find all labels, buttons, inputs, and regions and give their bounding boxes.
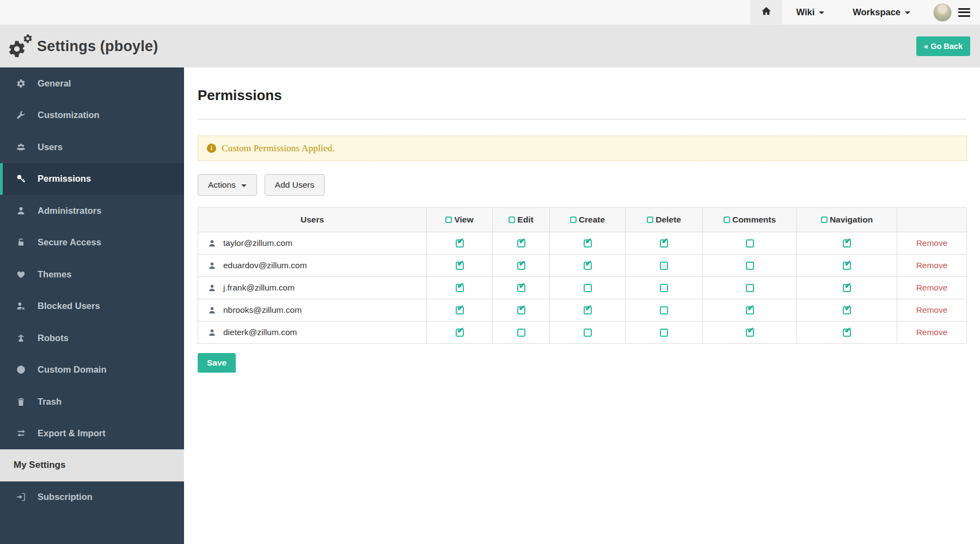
view-checkbox[interactable]: ✔: [456, 306, 464, 314]
checkmark-icon: ✔: [519, 281, 526, 289]
navigation-cell: ✔: [797, 299, 897, 322]
view-checkbox[interactable]: ✔: [456, 262, 464, 270]
sidebar-item-blocked-users[interactable]: Blocked Users: [0, 290, 184, 323]
save-button[interactable]: Save: [198, 353, 236, 373]
navigation-checkbox[interactable]: ✔: [843, 284, 851, 292]
delete-checkbox[interactable]: [660, 306, 668, 314]
remove-cell: Remove: [897, 255, 967, 277]
remove-link[interactable]: Remove: [916, 327, 948, 337]
sidebar-item-label: Permissions: [38, 174, 91, 184]
delete-checkbox[interactable]: [660, 329, 668, 337]
sidebar-item-secure-access[interactable]: Secure Access: [0, 227, 184, 259]
comments-checkbox[interactable]: [746, 262, 754, 270]
remove-link[interactable]: Remove: [916, 283, 948, 292]
sidebar-item-my-settings[interactable]: My Settings: [0, 449, 184, 481]
edit-checkbox[interactable]: ✔: [517, 306, 525, 314]
add-users-button[interactable]: Add Users: [265, 174, 324, 196]
delete-cell: ✔: [626, 232, 703, 255]
checkmark-icon: ✔: [457, 281, 464, 289]
remove-link[interactable]: Remove: [916, 305, 948, 314]
view-cell: ✔: [427, 255, 493, 277]
sidebar-item-users[interactable]: Users: [0, 131, 184, 163]
create-checkbox[interactable]: ✔: [584, 239, 592, 248]
remove-cell: Remove: [897, 277, 967, 299]
select-all-view-checkbox[interactable]: [445, 217, 452, 223]
remove-link[interactable]: Remove: [916, 261, 948, 270]
edit-cell: [493, 322, 550, 344]
checkmark-icon: ✔: [661, 237, 669, 245]
delete-checkbox[interactable]: [660, 262, 668, 270]
remove-link[interactable]: Remove: [916, 238, 948, 248]
edit-checkbox[interactable]: ✔: [517, 239, 525, 248]
create-checkbox[interactable]: ✔: [584, 262, 592, 270]
actions-button-label: Actions: [208, 180, 236, 190]
heart-icon: [16, 270, 31, 279]
sidebar-item-general[interactable]: General: [0, 67, 184, 100]
sidebar-item-label: Trash: [38, 397, 62, 407]
remove-cell: Remove: [897, 232, 967, 255]
user-email: taylor@zillum.com: [223, 238, 292, 248]
sidebar-item-administrators[interactable]: Administrators: [0, 195, 184, 227]
user-icon: [208, 284, 216, 292]
select-all-edit-checkbox[interactable]: [509, 217, 515, 223]
sidebar-item-themes[interactable]: Themes: [0, 258, 184, 290]
sidebar-item-label: Users: [38, 142, 63, 152]
hamburger-menu-icon[interactable]: [958, 6, 970, 18]
column-header-label: Navigation: [830, 215, 873, 225]
sidebar-item-custom-domain[interactable]: Custom Domain: [0, 354, 184, 386]
comments-checkbox[interactable]: [746, 239, 754, 248]
comments-cell: ✔: [703, 322, 797, 344]
permissions-table-body: taylor@zillum.com✔✔✔✔✔Removeeduardov@zil…: [198, 232, 967, 344]
delete-checkbox[interactable]: [660, 284, 668, 292]
view-checkbox[interactable]: ✔: [456, 329, 464, 337]
wiki-menu[interactable]: Wiki: [796, 7, 824, 17]
workspace-menu-label: Workspace: [853, 7, 901, 17]
select-all-create-checkbox[interactable]: [570, 217, 577, 223]
user-email: eduardov@zillum.com: [223, 261, 307, 270]
checkmark-icon: ✔: [844, 304, 852, 312]
create-checkbox[interactable]: [584, 284, 592, 292]
view-checkbox[interactable]: ✔: [456, 284, 464, 292]
sidebar-item-label: Custom Domain: [38, 364, 107, 375]
delete-checkbox[interactable]: ✔: [660, 239, 668, 248]
sidebar-item-permissions[interactable]: Permissions: [0, 163, 184, 195]
actions-button[interactable]: Actions: [198, 174, 257, 196]
select-all-delete-checkbox[interactable]: [647, 217, 653, 223]
go-back-button[interactable]: « Go Back: [916, 36, 970, 56]
workspace-menu[interactable]: Workspace: [853, 7, 910, 17]
edit-cell: ✔: [493, 255, 550, 277]
edit-checkbox[interactable]: ✔: [517, 262, 525, 270]
column-header-label: View: [454, 215, 473, 225]
create-cell: [550, 277, 626, 299]
comments-checkbox[interactable]: [746, 284, 754, 292]
sidebar-item-robots[interactable]: Robots: [0, 322, 184, 354]
create-checkbox[interactable]: [584, 329, 592, 337]
select-all-comments-checkbox[interactable]: [724, 217, 730, 223]
avatar[interactable]: [933, 3, 952, 22]
view-checkbox[interactable]: ✔: [456, 239, 464, 248]
sidebar-item-export-import[interactable]: Export & Import: [0, 418, 184, 450]
sidebar-item-trash[interactable]: Trash: [0, 386, 184, 418]
sidebar-item-subscription[interactable]: Subscription: [0, 481, 184, 514]
sidebar-item-label: Secure Access: [38, 237, 101, 248]
comments-cell: ✔: [703, 299, 797, 322]
caret-down-icon: [819, 11, 824, 14]
comments-checkbox[interactable]: ✔: [746, 329, 754, 337]
table-row: eduardov@zillum.com✔✔✔✔Remove: [198, 255, 967, 277]
comments-cell: [703, 277, 797, 299]
navigation-checkbox[interactable]: ✔: [843, 329, 851, 337]
navigation-checkbox[interactable]: ✔: [843, 306, 851, 314]
sidebar-item-customization[interactable]: Customization: [0, 100, 184, 132]
select-all-navigation-checkbox[interactable]: [821, 217, 828, 223]
remove-cell: Remove: [897, 299, 967, 322]
navigation-checkbox[interactable]: ✔: [843, 262, 851, 270]
edit-checkbox[interactable]: [517, 329, 525, 337]
edit-checkbox[interactable]: ✔: [517, 284, 525, 292]
create-checkbox[interactable]: ✔: [584, 306, 592, 314]
home-button[interactable]: [750, 0, 782, 25]
table-row: nbrooks@zillum.com✔✔✔✔✔Remove: [198, 299, 967, 322]
navigation-checkbox[interactable]: ✔: [843, 239, 851, 248]
comments-checkbox[interactable]: ✔: [746, 306, 754, 314]
users-icon: [16, 143, 31, 152]
banner-text: Custom Permissions Applied.: [222, 143, 335, 154]
